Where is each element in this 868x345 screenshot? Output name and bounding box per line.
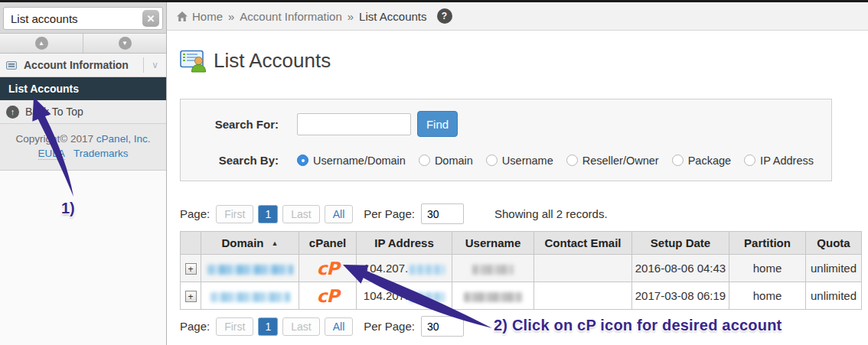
radio-icon[interactable]	[486, 155, 498, 166]
setup-date-cell: 2017-03-08 06:19	[632, 282, 729, 310]
breadcrumb-separator: »	[228, 10, 234, 23]
redacted-username	[464, 292, 522, 302]
partition-cell: home	[729, 282, 806, 310]
radio-label: Domain	[435, 155, 473, 167]
per-page-label: Per Page:	[364, 320, 415, 333]
sidebar-search-area: ✕	[0, 2, 166, 33]
redacted-domain[interactable]	[207, 265, 293, 275]
radio-icon[interactable]	[566, 155, 578, 166]
last-page-button[interactable]: Last	[282, 317, 319, 336]
all-pages-button[interactable]: All	[325, 317, 354, 336]
radio-icon[interactable]	[419, 155, 430, 166]
page-content: List Accounts Search For: Find Search By…	[167, 31, 868, 337]
cpanel-login-icon[interactable]: cP	[317, 259, 339, 278]
breadcrumb-separator: »	[348, 10, 354, 23]
partition-cell: home	[729, 255, 806, 282]
redacted-ip	[410, 292, 445, 302]
search-input[interactable]	[297, 113, 411, 135]
contact-email-cell	[534, 282, 632, 310]
annotation-step2: 2) Click on cP icon for desired account	[494, 317, 782, 334]
eula-link[interactable]: EULA	[38, 148, 65, 160]
radio-option-username[interactable]: Username	[486, 155, 553, 167]
back-to-top-link[interactable]: ↑ Back To Top	[0, 100, 166, 124]
expander-cell: +	[181, 255, 201, 282]
sidebar-section-label: Account Information	[24, 59, 143, 71]
redacted-domain[interactable]	[210, 292, 290, 302]
setup-date-cell: 2016-08-06 04:43	[632, 255, 729, 282]
back-to-top-label: Back To Top	[25, 106, 83, 118]
scroll-down-button[interactable]: ▼	[83, 34, 166, 53]
main-area: Home » Account Information » List Accoun…	[167, 2, 868, 345]
trademarks-link[interactable]: Trademarks	[73, 148, 129, 159]
header-contact-email[interactable]: Contact Email	[534, 232, 632, 255]
cpanel-cell: cP	[299, 255, 357, 282]
first-page-button[interactable]: First	[216, 205, 253, 223]
search-for-label: Search For:	[197, 118, 279, 131]
first-page-button[interactable]: First	[216, 317, 253, 336]
pagination-top: Page: First 1 Last All Per Page: Showing…	[180, 203, 868, 224]
cpanel-inc-link[interactable]: cPanel, Inc.	[96, 133, 151, 145]
clear-search-icon[interactable]: ✕	[142, 10, 159, 27]
cpanel-cell: cP	[299, 282, 357, 310]
scroll-down-icon: ▼	[119, 37, 132, 50]
radio-icon[interactable]	[672, 155, 684, 166]
quota-cell: unlimited	[806, 282, 862, 310]
scroll-up-button[interactable]: ▲	[0, 34, 83, 53]
current-page-button[interactable]: 1	[258, 205, 278, 223]
page-title: List Accounts	[214, 49, 331, 73]
expand-row-icon[interactable]: +	[185, 291, 197, 302]
breadcrumb-list-accounts: List Accounts	[359, 10, 426, 23]
domain-cell[interactable]	[201, 255, 299, 282]
sidebar-item-list-accounts[interactable]: List Accounts	[0, 77, 166, 100]
radio-label: Package	[688, 155, 731, 167]
cpanel-login-icon[interactable]: cP	[317, 286, 339, 306]
page-title-row: List Accounts	[180, 47, 868, 74]
radio-option-ip-address[interactable]: IP Address	[744, 155, 814, 167]
header-ip-address[interactable]: IP Address	[357, 232, 452, 255]
ip-prefix: 104.207.	[364, 262, 408, 275]
redacted-username	[472, 265, 514, 275]
header-quota[interactable]: Quota	[806, 232, 862, 255]
radio-label: Username	[502, 155, 553, 167]
contact-email-cell	[534, 255, 632, 282]
per-page-input[interactable]	[421, 316, 464, 337]
sidebar-empty-area	[0, 171, 166, 345]
scroll-up-icon: ▲	[35, 37, 48, 50]
search-panel: Search For: Find Search By: Username/Dom…	[180, 99, 832, 181]
ip-address-cell[interactable]: 104.207.	[357, 255, 452, 282]
expand-row-icon[interactable]: +	[185, 263, 197, 275]
last-page-button[interactable]: Last	[282, 205, 319, 223]
help-icon[interactable]: ?	[437, 8, 452, 24]
domain-cell[interactable]	[201, 282, 299, 310]
radio-option-username-domain[interactable]: Username/Domain	[297, 155, 406, 167]
header-cpanel[interactable]: cPanel	[299, 232, 357, 255]
ip-address-cell[interactable]: 104.207.	[357, 282, 452, 310]
sidebar-search-input[interactable]	[3, 7, 163, 30]
all-pages-button[interactable]: All	[325, 205, 354, 223]
current-page-button[interactable]: 1	[258, 317, 278, 336]
copyright-text: Copyright© 2017	[16, 133, 96, 145]
radio-icon[interactable]	[744, 155, 755, 166]
radio-option-reseller-owner[interactable]: Reseller/Owner	[566, 155, 659, 167]
header-domain[interactable]: Domain▲	[201, 232, 299, 255]
records-summary: Showing all 2 records.	[494, 207, 608, 220]
app-window: ✕ ▲ ▼ Account Information ∨ List Account…	[0, 2, 868, 345]
breadcrumb-home[interactable]: Home	[192, 10, 223, 23]
radio-option-package[interactable]: Package	[672, 155, 731, 167]
section-list-icon	[6, 60, 18, 70]
sidebar: ✕ ▲ ▼ Account Information ∨ List Account…	[0, 2, 167, 345]
accounts-table: Domain▲ cPanel IP Address Username Conta…	[180, 231, 862, 310]
breadcrumb-account-information[interactable]: Account Information	[240, 10, 341, 23]
sort-asc-icon: ▲	[272, 239, 279, 247]
radio-selected-icon[interactable]	[297, 155, 308, 166]
breadcrumb: Home » Account Information » List Accoun…	[167, 2, 868, 31]
page-label: Page:	[180, 320, 210, 333]
sidebar-section-account-information[interactable]: Account Information ∨	[0, 54, 166, 77]
header-username[interactable]: Username	[452, 232, 534, 255]
find-button[interactable]: Find	[417, 111, 458, 137]
radio-option-domain[interactable]: Domain	[419, 155, 473, 167]
section-collapse-icon[interactable]: ∨	[143, 57, 160, 73]
header-setup-date[interactable]: Setup Date	[632, 232, 729, 255]
header-partition[interactable]: Partition	[729, 232, 806, 255]
per-page-input[interactable]	[421, 203, 464, 224]
